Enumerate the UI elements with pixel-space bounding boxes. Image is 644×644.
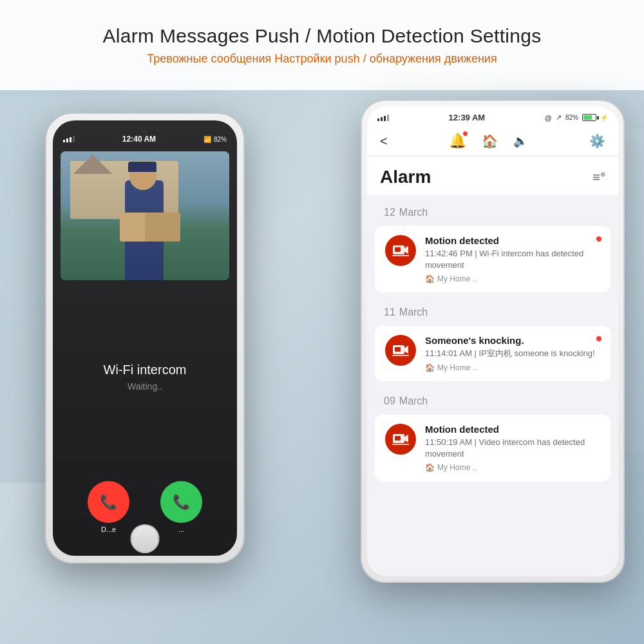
accept-icon: 📞 [173,494,190,511]
alarm-unread-dot-1 [596,236,601,242]
decline-wrapper[interactable]: 📞 D...e [88,481,129,533]
svg-rect-6 [395,347,401,352]
signal-bar-3 [70,137,71,142]
nav-icons-center: 🔔 🏠 🔈 [449,133,527,149]
date-label-11: 11March [380,303,605,319]
accept-button[interactable]: 📞 [160,481,202,523]
home-icon-nav[interactable]: 🏠 [482,133,498,149]
alarm-item-motion-12[interactable]: Motion detected 11:42:46 PM | Wi-Fi inte… [375,226,611,292]
power-button[interactable] [243,204,245,233]
phone-right-screen: 12:39 AM @ ↗ 82% ⚡ < [367,106,618,576]
home-icon-item-3: 🏠 [425,463,435,472]
alarm-item-motion-09[interactable]: Motion detected 11:50:19 AM | Video inte… [375,415,611,481]
alarm-item-desc-3: 11:50:19 AM | Video intercom has detecte… [425,437,600,460]
battery-fill-right [583,115,592,120]
alarm-item-desc-1: 11:42:46 PM | Wi-Fi intercom has detecte… [425,248,600,271]
camera-alarm-svg-2 [392,341,410,359]
sig-1 [377,118,379,121]
phone-right: 12:39 AM @ ↗ 82% ⚡ < [361,100,625,583]
bell-icon[interactable]: 🔔 [449,133,466,149]
battery-right [582,114,596,121]
alarm-item-desc-2: 11:14:01 AM | IP室内机 someone is knocking! [425,348,600,359]
power-button-right[interactable] [623,185,625,214]
alarm-item-title-3: Motion detected [425,424,600,435]
date-section-12: 12March [367,195,618,223]
location-icon: @ [545,114,552,122]
date-section-09: 09March [367,384,618,412]
camera-roof [73,155,112,174]
signal-bars-right [377,115,389,121]
decline-icon: 📞 [100,494,117,511]
alarm-item-knock-11[interactable]: Someone's knocking. 11:14:01 AM | IP室内机 … [375,326,611,381]
status-time-right: 12:39 AM [449,113,486,122]
svg-rect-2 [395,247,401,252]
battery-left: 82% [214,136,227,143]
phone-right-frame: 12:39 AM @ ↗ 82% ⚡ < [361,100,625,583]
svg-rect-10 [395,436,401,440]
alarm-icon-2 [385,335,416,366]
alarm-item-title-1: Motion detected [425,235,600,246]
svg-marker-5 [404,346,408,354]
signal-bar-2 [66,138,68,142]
alarm-unread-dot-2 [596,336,601,341]
alarm-icon-3 [385,424,416,455]
sig-3 [384,116,386,121]
decline-button[interactable]: 📞 [88,481,129,523]
date-label-12: 12March [380,203,605,220]
top-nav-right: < 🔔 🏠 🔈 ⚙️ [367,126,618,156]
alarm-title: Alarm [380,167,431,187]
page-subtitle: Тревожные сообщения Настройки push / обн… [147,52,497,66]
settings-icon[interactable]: ⚙️ [589,133,605,149]
phone-right-inner: 12:39 AM @ ↗ 82% ⚡ < [367,106,618,576]
camera-view [61,151,229,280]
home-button-left[interactable] [131,524,160,553]
alarm-icon-1 [385,235,416,266]
status-right-right: @ ↗ 82% ⚡ [545,113,608,122]
camera-alarm-svg-1 [392,242,410,260]
camera-alarm-svg-3 [392,430,410,448]
phone-left-screen: 12:40 AM 📶 82% [53,120,237,556]
phone-left: 12:40 AM 📶 82% [45,113,245,564]
signal-bar-4 [73,136,75,142]
wifi-icon-left: 📶 [204,136,211,143]
status-bar-right: 12:39 AM @ ↗ 82% ⚡ [367,106,618,126]
alarm-item-content-3: Motion detected 11:50:19 AM | Video inte… [425,424,600,472]
caller-status: Waiting.. [128,381,162,392]
volume-down-button[interactable] [45,220,46,240]
svg-marker-1 [404,246,408,254]
bell-notification-dot [463,131,468,136]
date-label-09: 09March [380,392,605,408]
volume-up-button[interactable] [45,191,46,211]
accept-wrapper[interactable]: 📞 ... [160,481,202,533]
speaker-icon-nav[interactable]: 🔈 [513,134,527,148]
caller-name: Wi-Fi intercom [104,363,187,377]
signal-bars-left [63,136,75,142]
alarm-item-content-2: Someone's knocking. 11:14:01 AM | IP室内机 … [425,335,600,372]
bolt-icon: ⚡ [600,114,608,121]
alarm-list: 12March Motion [367,195,618,576]
signal-bar-1 [63,140,65,142]
sig-4 [387,115,389,121]
sig-2 [381,117,383,121]
header-section: Alarm Messages Push / Motion Detection S… [0,0,644,90]
phone-left-frame: 12:40 AM 📶 82% [45,113,245,564]
camera-person-cap [128,162,156,172]
home-icon-item-1: 🏠 [425,274,435,283]
home-icon-item-2: 🏠 [425,363,435,372]
alarm-header: Alarm ≡⊕ [367,156,618,195]
alarm-item-location-3: 🏠 My Home .. [425,463,600,472]
date-section-11: 11March [367,295,618,323]
status-time-left: 12:40 AM [122,135,156,144]
decline-label: D...e [101,526,116,533]
camera-package2 [145,213,180,242]
caller-info: Wi-Fi intercom Waiting.. [53,285,237,468]
svg-marker-9 [404,435,408,442]
alarm-item-location-1: 🏠 My Home .. [425,274,600,283]
battery-pct-right: 82% [565,114,578,121]
back-button-right[interactable]: < [380,134,388,149]
filter-icon[interactable]: ≡⊕ [592,170,605,185]
page-title: Alarm Messages Push / Motion Detection S… [102,25,541,47]
camera-notch-left [142,129,147,135]
arrow-icon: ↗ [556,113,562,122]
alarm-item-title-2: Someone's knocking. [425,335,600,346]
